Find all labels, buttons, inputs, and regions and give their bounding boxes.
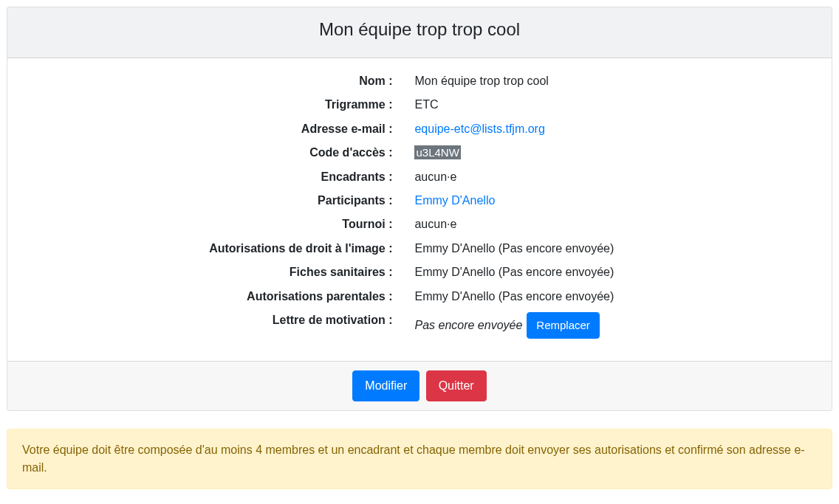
field-health-sheets: Fiches sanitaires : Emmy D'Anello (Pas e… <box>22 264 817 280</box>
team-detail-card: Mon équipe trop trop cool Nom : Mon équi… <box>7 7 832 411</box>
value-email: equipe-etc@lists.tfjm.org <box>403 121 817 137</box>
value-supervisors: aucun·e <box>403 169 817 185</box>
field-photo-auth: Autorisations de droit à l'image : Emmy … <box>22 241 817 257</box>
label-motivation-letter: Lettre de motivation : <box>22 312 403 328</box>
field-name: Nom : Mon équipe trop trop cool <box>22 73 817 89</box>
modify-button[interactable]: Modifier <box>352 370 420 401</box>
quit-button[interactable]: Quitter <box>426 370 487 401</box>
label-name: Nom : <box>22 73 403 89</box>
label-supervisors: Encadrants : <box>22 169 403 185</box>
field-email: Adresse e-mail : equipe-etc@lists.tfjm.o… <box>22 121 817 137</box>
field-motivation-letter: Lettre de motivation : Pas encore envoyé… <box>22 312 817 339</box>
label-parental-auth: Autorisations parentales : <box>22 289 403 305</box>
field-supervisors: Encadrants : aucun·e <box>22 169 817 185</box>
card-body: Nom : Mon équipe trop trop cool Trigramm… <box>7 58 832 361</box>
field-parental-auth: Autorisations parentales : Emmy D'Anello… <box>22 289 817 305</box>
label-email: Adresse e-mail : <box>22 121 403 137</box>
field-participants: Participants : Emmy D'Anello <box>22 193 817 209</box>
motivation-letter-status: Pas encore envoyée <box>414 317 522 334</box>
field-trigram: Trigramme : ETC <box>22 97 817 113</box>
value-parental-auth: Emmy D'Anello (Pas encore envoyée) <box>403 289 817 305</box>
field-access-code: Code d'accès : u3L4NW <box>22 145 817 161</box>
label-tournament: Tournoi : <box>22 216 403 232</box>
label-access-code: Code d'accès : <box>22 145 403 161</box>
card-header: Mon équipe trop trop cool <box>7 7 832 58</box>
label-trigram: Trigramme : <box>22 97 403 113</box>
value-motivation-letter: Pas encore envoyée Remplacer <box>403 312 817 339</box>
access-code-badge: u3L4NW <box>414 145 460 159</box>
value-photo-auth: Emmy D'Anello (Pas encore envoyée) <box>403 241 817 257</box>
label-health-sheets: Fiches sanitaires : <box>22 264 403 280</box>
value-name: Mon équipe trop trop cool <box>403 73 817 89</box>
label-photo-auth: Autorisations de droit à l'image : <box>22 241 403 257</box>
field-tournament: Tournoi : aucun·e <box>22 216 817 232</box>
value-trigram: ETC <box>403 97 817 113</box>
value-participants: Emmy D'Anello <box>403 193 817 209</box>
warning-alert: Votre équipe doit être composée d'au moi… <box>7 429 832 489</box>
page-title: Mon équipe trop trop cool <box>22 19 817 40</box>
card-footer: Modifier Quitter <box>7 361 832 410</box>
value-tournament: aucun·e <box>403 216 817 232</box>
email-link[interactable]: equipe-etc@lists.tfjm.org <box>414 122 544 135</box>
replace-button[interactable]: Remplacer <box>527 312 600 339</box>
label-participants: Participants : <box>22 193 403 209</box>
warning-message: Votre équipe doit être composée d'au moi… <box>22 443 805 474</box>
participant-link[interactable]: Emmy D'Anello <box>414 194 495 207</box>
value-access-code: u3L4NW <box>403 145 817 161</box>
value-health-sheets: Emmy D'Anello (Pas encore envoyée) <box>403 264 817 280</box>
